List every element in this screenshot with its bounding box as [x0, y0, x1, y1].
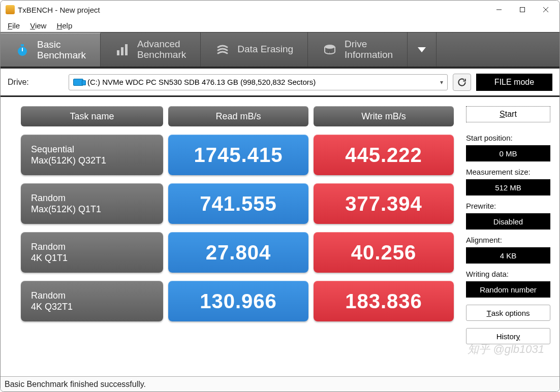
minimize-button[interactable] — [487, 2, 511, 18]
drive-info-icon: i — [322, 42, 337, 57]
menu-help[interactable]: Help — [56, 21, 72, 30]
tab-bar: Basic Benchmark Advanced Benchmark Data … — [1, 32, 559, 69]
read-value[interactable]: 27.804 — [168, 232, 308, 273]
task-line1: Random — [31, 192, 153, 204]
refresh-button[interactable] — [453, 74, 471, 91]
tab-label: Drive Information — [345, 39, 393, 60]
alignment-label: Alignment: — [466, 236, 550, 244]
read-value[interactable]: 130.966 — [168, 281, 308, 321]
prewrite-label: Prewrite: — [466, 202, 550, 210]
main-area: Task name Read mB/s Write mB/s Sequentia… — [1, 97, 559, 376]
svg-rect-1 — [520, 8, 525, 12]
measurement-size-value[interactable]: 512 MB — [466, 179, 550, 195]
close-button[interactable] — [534, 2, 557, 18]
title-bar: TxBENCH - New project — [1, 1, 559, 19]
menu-bar: File View Help — [1, 19, 559, 32]
header-write: Write mB/s — [314, 106, 454, 126]
task-line2: 4K Q1T1 — [31, 252, 153, 264]
write-value[interactable]: 183.836 — [314, 281, 454, 321]
svg-text:i: i — [329, 51, 330, 54]
history-button[interactable]: History — [466, 328, 550, 344]
table-row: Random 4K Q1T1 27.804 40.256 — [21, 232, 454, 273]
table-row: Sequential Max(512K) Q32T1 1745.415 445.… — [21, 135, 454, 175]
drive-value: (C:) NVMe WDC PC SN530 SDB 476.13 GB (99… — [87, 78, 316, 86]
tab-label: Advanced Benchmark — [137, 39, 186, 60]
task-line2: Max(512K) Q32T1 — [31, 155, 153, 167]
writing-data-label: Writing data: — [466, 270, 550, 278]
tab-drive-information[interactable]: i Drive Information — [308, 32, 408, 67]
alignment-value[interactable]: 4 KB — [466, 247, 550, 264]
header-read: Read mB/s — [168, 106, 308, 126]
file-mode-button[interactable]: FILE mode — [476, 74, 552, 91]
prewrite-value[interactable]: Disabled — [466, 213, 550, 230]
svg-rect-8 — [121, 47, 123, 55]
task-line1: Sequential — [31, 144, 153, 155]
write-value[interactable]: 377.394 — [314, 183, 454, 224]
task-line2: Max(512K) Q1T1 — [31, 204, 153, 215]
erase-icon — [215, 42, 230, 57]
start-position-label: Start position: — [466, 134, 550, 142]
results-panel: Task name Read mB/s Write mB/s Sequentia… — [1, 97, 463, 376]
tab-more[interactable] — [408, 32, 437, 67]
tab-label: Data Erasing — [237, 44, 293, 55]
svg-rect-9 — [125, 44, 128, 55]
table-row: Random Max(512K) Q1T1 741.555 377.394 — [21, 183, 454, 224]
tab-data-erasing[interactable]: Data Erasing — [201, 32, 308, 67]
menu-file[interactable]: File — [8, 21, 20, 30]
status-bar: Basic Benchmark finished successfully. — [1, 376, 559, 391]
task-options-button[interactable]: Task options — [466, 305, 550, 321]
write-value[interactable]: 445.222 — [314, 135, 454, 175]
menu-view[interactable]: View — [30, 21, 46, 30]
tab-advanced-benchmark[interactable]: Advanced Benchmark — [101, 32, 201, 67]
bars-icon — [115, 42, 130, 57]
task-line2: 4K Q32T1 — [31, 301, 153, 313]
measurement-size-label: Measurement size: — [466, 168, 550, 176]
tab-label: Basic Benchmark — [37, 40, 86, 61]
status-text: Basic Benchmark finished successfully. — [5, 380, 146, 389]
task-line1: Random — [31, 290, 153, 302]
read-value[interactable]: 1745.415 — [168, 135, 308, 175]
window-controls — [487, 2, 557, 18]
task-line1: Random — [31, 241, 153, 253]
start-button[interactable]: Start — [466, 106, 550, 122]
task-cell[interactable]: Sequential Max(512K) Q32T1 — [21, 135, 163, 175]
svg-rect-7 — [117, 50, 119, 55]
write-value[interactable]: 40.256 — [314, 232, 454, 273]
start-position-value[interactable]: 0 MB — [466, 145, 550, 161]
task-cell[interactable]: Random 4K Q32T1 — [21, 281, 163, 321]
svg-point-10 — [325, 45, 335, 49]
tab-basic-benchmark[interactable]: Basic Benchmark — [1, 32, 101, 67]
writing-data-value[interactable]: Random number — [466, 281, 550, 298]
side-panel: Start Start position: 0 MB Measurement s… — [463, 97, 559, 376]
window-title: TxBENCH - New project — [18, 6, 487, 14]
chevron-down-icon — [418, 47, 426, 52]
task-cell[interactable]: Random Max(512K) Q1T1 — [21, 183, 163, 224]
drive-icon — [73, 79, 83, 86]
refresh-icon — [457, 77, 467, 87]
app-icon — [6, 5, 15, 14]
header-task: Task name — [21, 106, 163, 126]
task-cell[interactable]: Random 4K Q1T1 — [21, 232, 163, 273]
drive-row: Drive: (C:) NVMe WDC PC SN530 SDB 476.13… — [1, 69, 559, 97]
table-header: Task name Read mB/s Write mB/s — [21, 106, 454, 126]
stopwatch-icon — [15, 43, 30, 58]
drive-label: Drive: — [8, 78, 64, 87]
maximize-button[interactable] — [511, 2, 534, 18]
svg-rect-5 — [21, 44, 24, 46]
drive-select[interactable]: (C:) NVMe WDC PC SN530 SDB 476.13 GB (99… — [69, 74, 448, 90]
chevron-down-icon: ▾ — [440, 79, 443, 86]
read-value[interactable]: 741.555 — [168, 183, 308, 224]
table-row: Random 4K Q32T1 130.966 183.836 — [21, 281, 454, 321]
